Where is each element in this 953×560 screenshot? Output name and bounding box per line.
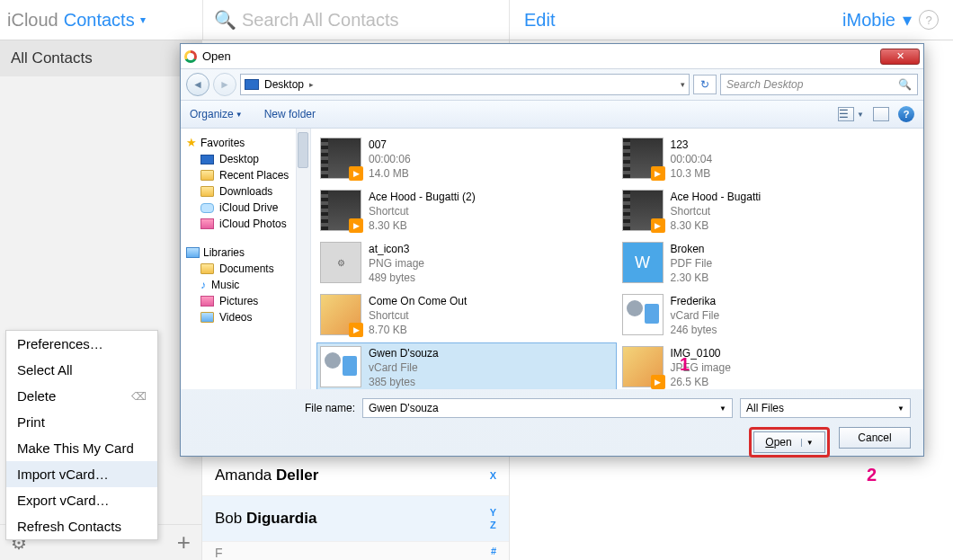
search-icon: 🔍 <box>898 78 912 91</box>
tree-libraries[interactable]: Libraries <box>184 244 307 261</box>
menu-import-vcard[interactable]: Import vCard… <box>6 461 157 487</box>
file-list: ▶00700:00:0614.0 MB▶12300:00:0410.3 MB▶A… <box>311 129 923 389</box>
menu-preferences[interactable]: Preferences… <box>6 331 157 357</box>
app-title: iCloud Contacts ▾ <box>0 0 202 40</box>
file-thumbnail: ▶ <box>320 190 361 231</box>
contact-row[interactable]: Bob Diguardia Y Z <box>202 496 509 542</box>
desktop-icon <box>200 155 214 164</box>
tree-icloud-drive[interactable]: iCloud Drive <box>184 200 307 216</box>
tree-favorites[interactable]: ★Favorites <box>184 134 307 151</box>
menu-delete[interactable]: Delete⌫ <box>6 383 157 409</box>
photos-icon <box>200 218 214 229</box>
search-desktop-input[interactable]: Search Desktop 🔍 <box>720 74 918 95</box>
file-item[interactable]: FrederikavCard File246 bytes <box>619 290 919 341</box>
tree-videos[interactable]: Videos <box>184 309 307 325</box>
star-icon: ★ <box>186 136 197 149</box>
add-icon[interactable]: + <box>177 529 191 556</box>
file-thumbnail: ▶ <box>320 138 361 179</box>
help-icon[interactable]: ? <box>919 10 939 30</box>
menu-select-all[interactable]: Select All <box>6 357 157 383</box>
chevron-down-icon[interactable]: ▾ <box>903 9 912 31</box>
icloud-label: iCloud <box>7 10 58 31</box>
tree-downloads[interactable]: Downloads <box>184 183 307 200</box>
index-letter[interactable]: Z <box>490 520 496 530</box>
tree-documents[interactable]: Documents <box>184 261 307 277</box>
scrollbar[interactable] <box>296 129 310 389</box>
file-item[interactable]: Gwen D'souzavCard File385 bytes <box>316 342 617 389</box>
contacts-dropdown[interactable]: Contacts <box>64 10 135 31</box>
index-letter[interactable]: X <box>490 470 496 481</box>
open-button[interactable]: Open▼ <box>753 431 825 453</box>
index-letter[interactable]: # <box>491 546 496 560</box>
file-item[interactable]: ▶Ace Hood - Bugatti (2)Shortcut8.30 KB <box>316 186 617 236</box>
file-thumbnail <box>622 294 664 335</box>
filename-input[interactable]: Gwen D'souza▼ <box>362 398 733 418</box>
file-item[interactable]: ▶Ace Hood - BugattiShortcut8.30 KB <box>619 186 919 236</box>
search-icon: 🔍 <box>214 9 236 31</box>
forward-button[interactable]: ► <box>213 73 236 96</box>
file-thumbnail: ▶ <box>622 346 664 387</box>
back-button[interactable]: ◄ <box>186 73 209 96</box>
index-letter[interactable]: Y <box>490 507 496 518</box>
annotation-marker-1: 1 <box>680 354 690 375</box>
videos-icon <box>200 312 214 323</box>
file-item[interactable]: ▶12300:00:0410.3 MB <box>619 134 919 184</box>
brand-dropdown[interactable]: iMobie <box>842 10 895 31</box>
file-thumbnail: ▶ <box>622 190 664 231</box>
sidebar-item-all-contacts[interactable]: All Contacts <box>0 40 201 76</box>
backspace-icon: ⌫ <box>131 390 147 403</box>
file-thumbnail: ▶ <box>320 294 361 335</box>
chrome-icon <box>184 50 197 63</box>
edit-button[interactable]: Edit <box>524 10 555 31</box>
tree-icloud-photos[interactable]: iCloud Photos <box>184 216 307 232</box>
file-thumbnail: ▶ <box>622 138 664 179</box>
file-item[interactable]: ▶00700:00:0614.0 MB <box>316 134 617 184</box>
tree-pictures[interactable]: Pictures <box>184 293 307 309</box>
view-options-button[interactable]: ☰▼ <box>838 107 864 121</box>
dialog-title: Open <box>202 49 231 63</box>
tree-music[interactable]: ♪Music <box>184 277 307 293</box>
menu-refresh-contacts[interactable]: Refresh Contacts <box>6 513 157 539</box>
filetype-select[interactable]: All Files▼ <box>740 398 911 418</box>
chevron-down-icon[interactable]: ▼ <box>897 404 904 413</box>
file-item[interactable]: WBrokenPDF File2.30 KB <box>619 238 919 289</box>
file-thumbnail: ⚙ <box>320 242 361 283</box>
file-item[interactable]: ⚙at_icon3PNG image489 bytes <box>316 238 617 289</box>
help-icon[interactable]: ? <box>898 106 914 122</box>
breadcrumb[interactable]: Desktop ▸ ▾ <box>240 74 690 95</box>
file-thumbnail: W <box>622 242 664 283</box>
folder-icon <box>200 186 214 197</box>
search-placeholder: Search All Contacts <box>242 10 399 31</box>
folder-tree: ★Favorites Desktop Recent Places Downloa… <box>181 129 311 389</box>
chevron-down-icon[interactable]: ▾ <box>140 13 146 26</box>
file-item[interactable]: ▶Come On Come OutShortcut8.70 KB <box>316 290 617 341</box>
annotation-marker-2: 2 <box>867 465 877 485</box>
context-menu: Preferences… Select All Delete⌫ Print Ma… <box>5 330 158 540</box>
search-contacts-input[interactable]: 🔍 Search All Contacts <box>202 0 510 40</box>
chevron-down-icon[interactable]: ▼ <box>801 439 814 447</box>
cancel-button[interactable]: Cancel <box>839 427 911 449</box>
filename-label: File name: <box>193 402 355 414</box>
close-icon[interactable]: ✕ <box>880 49 920 65</box>
chevron-down-icon[interactable]: ▾ <box>681 80 685 89</box>
music-icon: ♪ <box>200 279 206 291</box>
open-file-dialog: Open ✕ ◄ ► Desktop ▸ ▾ ↻ Search Desktop … <box>180 43 924 457</box>
menu-export-vcard[interactable]: Export vCard… <box>6 487 157 513</box>
menu-make-my-card[interactable]: Make This My Card <box>6 435 157 461</box>
desktop-icon <box>245 79 259 90</box>
cloud-icon <box>200 203 214 213</box>
new-folder-button[interactable]: New folder <box>264 108 316 120</box>
sidebar: All Contacts ⚙ + Preferences… Select All… <box>0 40 202 560</box>
section-letter: F # <box>202 542 509 560</box>
libraries-icon <box>186 247 200 258</box>
preview-pane-button[interactable] <box>873 107 889 121</box>
organize-menu[interactable]: Organize ▼ <box>190 108 243 120</box>
tree-desktop[interactable]: Desktop <box>184 151 307 167</box>
menu-print[interactable]: Print <box>6 409 157 435</box>
file-item[interactable]: ▶IMG_0100JPEG image26.5 KB <box>619 342 919 389</box>
tree-recent[interactable]: Recent Places <box>184 167 307 183</box>
folder-icon <box>200 263 214 274</box>
refresh-button[interactable]: ↻ <box>693 75 717 94</box>
chevron-down-icon[interactable]: ▼ <box>719 404 726 413</box>
open-button-highlight: Open▼ <box>749 427 830 458</box>
